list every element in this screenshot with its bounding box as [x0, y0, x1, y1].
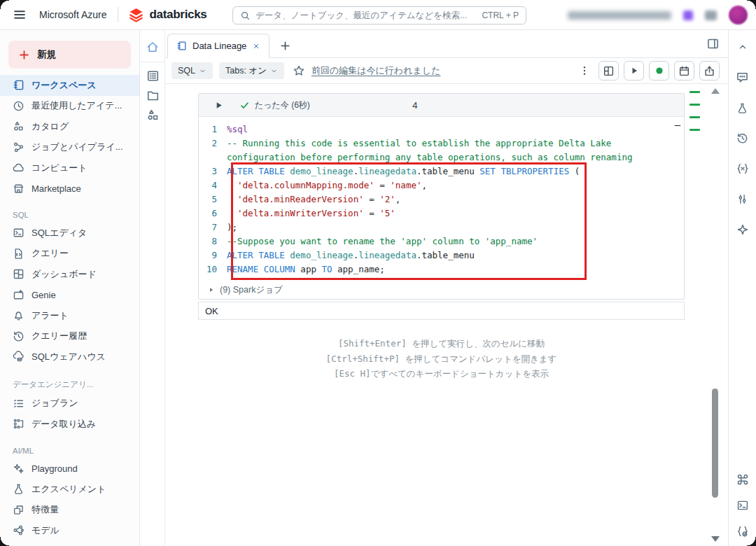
share-icon	[704, 65, 715, 77]
global-search[interactable]: CTRL + P	[232, 6, 526, 24]
spark-jobs-row[interactable]: (9) Sparkジョブ	[199, 281, 684, 299]
bell-icon	[13, 309, 24, 321]
panel-layout-icon[interactable]	[706, 37, 720, 50]
tab-close-icon[interactable]	[252, 42, 260, 50]
sidebar-item-label: Playground	[31, 463, 78, 474]
sidebar-item-storefront[interactable]: Marketplace	[0, 178, 139, 200]
keyboard-hints: [Shift+Enter] を押して実行し、次のセルに移動 [Ctrl+Shif…	[198, 336, 685, 382]
databricks-logo[interactable]: databricks	[128, 7, 206, 23]
sidebar-item-warehouse[interactable]: SQLウェアハウス	[0, 346, 139, 368]
code-editor[interactable]: 1%sql2-- Running this code is essential …	[199, 117, 684, 281]
table-of-contents-icon[interactable]	[146, 69, 160, 83]
history-icon[interactable]	[736, 132, 748, 144]
favorite-star-icon[interactable]	[293, 64, 305, 77]
hint-line: [Ctrl+Shift+P] を押してコマンドパレットを開きます	[198, 351, 685, 367]
sidebar-item-cloud[interactable]: コンピュート	[0, 158, 139, 178]
cell-status-text: たった今 (6秒)	[255, 99, 310, 111]
sidebar-item-label: SQLウェアハウス	[31, 351, 106, 363]
sparkles-icon	[13, 463, 24, 475]
plus-icon	[18, 49, 30, 61]
code-line[interactable]: 9ALTER TABLE demo_lineage.lineagedata.ta…	[199, 248, 684, 262]
topbar-redacted-icon-2[interactable]	[705, 10, 717, 20]
braces-check-icon[interactable]	[736, 525, 749, 538]
variables-icon[interactable]	[736, 162, 749, 175]
tab-data-lineage[interactable]: Data Lineage	[167, 34, 270, 58]
sidebar-item-clock[interactable]: 最近使用したアイテ...	[0, 96, 139, 117]
sidebar-item-data-ingestion[interactable]: データ取り込み	[0, 414, 139, 435]
sliders-icon[interactable]	[736, 193, 748, 205]
sidebar-item-dashboard[interactable]: ダッシュボード	[0, 264, 139, 285]
chevron-down-icon	[199, 67, 206, 75]
language-select[interactable]: SQL	[172, 62, 213, 79]
line-number: 4	[199, 178, 227, 192]
code-text: RENAME COLUMN app TO app_name;	[227, 262, 684, 276]
flask-icon[interactable]	[736, 102, 748, 114]
code-line[interactable]: 7);	[199, 220, 684, 234]
user-avatar[interactable]	[729, 6, 748, 24]
layout-grid-button[interactable]	[598, 61, 619, 80]
code-line[interactable]: 3ALTER TABLE demo_lineage.lineagedata.ta…	[199, 164, 684, 178]
sparkle-icon[interactable]	[736, 223, 749, 236]
code-line[interactable]: 6 'delta.minWriterVersion' = '5'	[199, 206, 684, 220]
schedule-button[interactable]	[674, 61, 694, 80]
search-input[interactable]	[255, 10, 482, 20]
tabs-toggle-select[interactable]: Tabs: オン	[219, 62, 284, 79]
code-line[interactable]: 8--Suppose you want to rename the 'app' …	[199, 234, 684, 248]
layout-grid-icon	[603, 65, 615, 77]
workflow-icon	[13, 141, 24, 153]
sidebar-item-workflow[interactable]: ジョブとパイプライ...	[0, 137, 139, 158]
command-icon[interactable]	[736, 473, 749, 486]
sidebar-item-flask[interactable]: エクスペリメント	[0, 479, 139, 500]
chevron-up-icon[interactable]	[737, 41, 748, 52]
terminal-icon[interactable]	[736, 499, 749, 512]
hamburger-menu-icon[interactable]	[11, 6, 28, 23]
share-button[interactable]	[699, 61, 720, 80]
last-edit-link[interactable]: 前回の編集は今に行われました	[312, 64, 440, 77]
comment-icon[interactable]	[736, 71, 749, 84]
line-number: 3	[199, 164, 227, 178]
run-all-button[interactable]	[624, 61, 644, 80]
home-icon[interactable]	[146, 40, 160, 54]
sidebar-item-model[interactable]: モデル	[0, 520, 139, 541]
sidebar-item-feature-store[interactable]: 特徴量	[0, 500, 139, 521]
scroll-up-arrow[interactable]	[711, 88, 720, 94]
run-cell-icon[interactable]	[214, 100, 224, 111]
sidebar-item-catalog[interactable]: カタログ	[0, 116, 139, 137]
cluster-status-button[interactable]	[649, 61, 669, 80]
code-line[interactable]: 1%sql	[199, 122, 684, 136]
sidebar-item-label: コンピュート	[31, 162, 88, 174]
cell-run-status: たった今 (6秒)	[239, 99, 310, 111]
code-text: ALTER TABLE demo_lineage.lineagedata.tab…	[227, 164, 684, 178]
code-line[interactable]: 2-- Running this code is essential to es…	[199, 136, 684, 164]
sidebar-section-header: データエンジニアリ...	[13, 379, 139, 390]
cell-success-markers	[690, 91, 700, 141]
workspace-name-redacted[interactable]	[568, 11, 671, 20]
sidebar-item-job-runs[interactable]: ジョブラン	[0, 393, 139, 414]
sidebar-item-bell[interactable]: アラート	[0, 305, 139, 326]
model-icon	[13, 524, 24, 536]
sidebar-item-query-file[interactable]: クエリー	[0, 244, 139, 265]
sidebar-item-genie[interactable]: Genie	[0, 285, 139, 306]
sidebar-item-sql-editor[interactable]: SQLエディタ	[0, 223, 139, 244]
notebook-toolbar: SQL Tabs: オン 前回の編集は今に行われました	[165, 58, 728, 84]
line-number: 6	[199, 206, 227, 220]
code-line[interactable]: 10RENAME COLUMN app TO app_name;	[199, 262, 684, 276]
scroll-down-arrow[interactable]	[711, 536, 720, 542]
sidebar-item-sparkles[interactable]: Playground	[0, 458, 139, 479]
topbar-redacted-icon-1[interactable]	[683, 10, 693, 20]
code-line[interactable]: 5 'delta.minReaderVersion' = '2',	[199, 192, 684, 206]
sidebar-item-history[interactable]: クエリー履歴	[0, 326, 139, 347]
code-cell[interactable]: たった今 (6秒) 4 – 1%sql2-- Running this code…	[198, 93, 685, 300]
sidebar-item-notebook[interactable]: ワークスペース	[0, 75, 139, 96]
catalog-strip-icon[interactable]	[146, 108, 160, 122]
code-line[interactable]: 4 'delta.columnMapping.mode' = 'name',	[199, 178, 684, 192]
catalog-icon	[13, 120, 24, 132]
line-number: 5	[199, 192, 227, 206]
folder-icon[interactable]	[146, 88, 160, 102]
azure-label: Microsoft Azure	[39, 9, 106, 20]
kebab-menu-icon[interactable]	[579, 65, 590, 76]
scrollbar-thumb[interactable]	[712, 388, 718, 498]
topbar-divider	[118, 7, 118, 22]
new-button[interactable]: 新規	[8, 41, 131, 69]
new-tab-button[interactable]	[279, 40, 291, 52]
